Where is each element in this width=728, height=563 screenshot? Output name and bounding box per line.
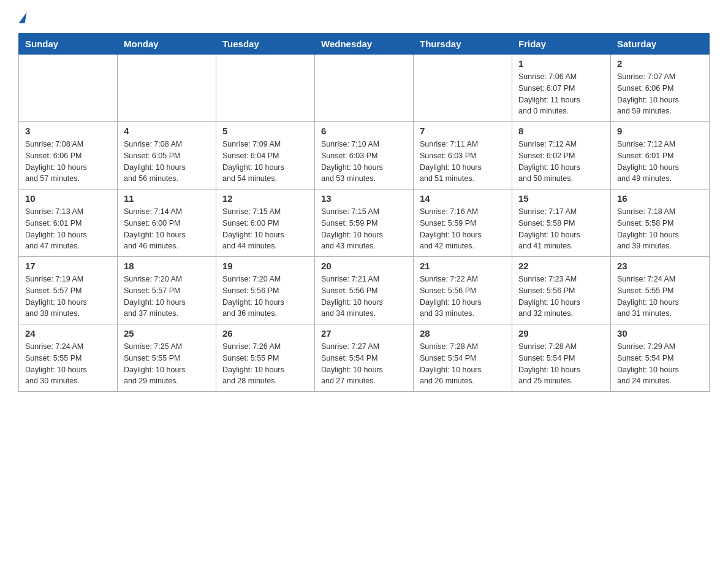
day-info: Sunrise: 7:18 AM Sunset: 5:58 PM Dayligh… [617,206,703,252]
calendar-cell: 21Sunrise: 7:22 AM Sunset: 5:56 PM Dayli… [414,257,512,324]
calendar-cell: 11Sunrise: 7:14 AM Sunset: 6:00 PM Dayli… [118,190,216,257]
week-row-2: 3Sunrise: 7:08 AM Sunset: 6:06 PM Daylig… [19,122,710,190]
calendar-cell: 22Sunrise: 7:23 AM Sunset: 5:56 PM Dayli… [512,257,611,324]
day-number: 19 [222,261,308,271]
calendar-cell [216,55,315,122]
day-info: Sunrise: 7:12 AM Sunset: 6:01 PM Dayligh… [617,139,703,185]
calendar-cell: 9Sunrise: 7:12 AM Sunset: 6:01 PM Daylig… [611,122,710,190]
day-number: 14 [420,193,506,204]
day-number: 5 [222,126,308,136]
calendar-cell: 15Sunrise: 7:17 AM Sunset: 5:58 PM Dayli… [512,190,611,257]
day-number: 13 [321,193,407,204]
day-info: Sunrise: 7:28 AM Sunset: 5:54 PM Dayligh… [518,341,604,387]
day-info: Sunrise: 7:19 AM Sunset: 5:57 PM Dayligh… [25,274,111,320]
calendar-cell: 5Sunrise: 7:09 AM Sunset: 6:04 PM Daylig… [216,122,315,190]
day-number: 6 [321,126,407,136]
weekday-header-tuesday: Tuesday [216,34,315,55]
day-number: 1 [518,58,604,69]
weekday-header-saturday: Saturday [611,34,710,55]
calendar-cell [414,55,512,122]
day-info: Sunrise: 7:24 AM Sunset: 5:55 PM Dayligh… [25,341,111,387]
day-number: 3 [25,126,111,136]
day-info: Sunrise: 7:15 AM Sunset: 5:59 PM Dayligh… [321,206,407,252]
day-info: Sunrise: 7:21 AM Sunset: 5:56 PM Dayligh… [321,274,407,320]
calendar-cell: 14Sunrise: 7:16 AM Sunset: 5:59 PM Dayli… [414,190,512,257]
day-number: 26 [222,328,308,339]
weekday-header-wednesday: Wednesday [315,34,414,55]
calendar-cell: 23Sunrise: 7:24 AM Sunset: 5:55 PM Dayli… [611,257,710,324]
calendar-cell: 18Sunrise: 7:20 AM Sunset: 5:57 PM Dayli… [118,257,216,324]
weekday-header-monday: Monday [118,34,216,55]
day-info: Sunrise: 7:11 AM Sunset: 6:03 PM Dayligh… [420,139,506,185]
day-info: Sunrise: 7:26 AM Sunset: 5:55 PM Dayligh… [222,341,308,387]
calendar-cell: 2Sunrise: 7:07 AM Sunset: 6:06 PM Daylig… [611,55,710,122]
day-number: 21 [420,261,506,271]
calendar-cell: 8Sunrise: 7:12 AM Sunset: 6:02 PM Daylig… [512,122,611,190]
day-info: Sunrise: 7:20 AM Sunset: 5:57 PM Dayligh… [124,274,210,320]
calendar-cell: 27Sunrise: 7:27 AM Sunset: 5:54 PM Dayli… [315,324,414,392]
day-info: Sunrise: 7:23 AM Sunset: 5:56 PM Dayligh… [518,274,604,320]
day-info: Sunrise: 7:10 AM Sunset: 6:03 PM Dayligh… [321,139,407,185]
calendar-table: SundayMondayTuesdayWednesdayThursdayFrid… [18,33,710,392]
day-info: Sunrise: 7:29 AM Sunset: 5:54 PM Dayligh… [617,341,703,387]
day-number: 15 [518,193,604,204]
day-info: Sunrise: 7:14 AM Sunset: 6:00 PM Dayligh… [124,206,210,252]
week-row-4: 17Sunrise: 7:19 AM Sunset: 5:57 PM Dayli… [19,257,710,324]
day-number: 16 [617,193,703,204]
day-number: 18 [124,261,210,271]
calendar-cell: 4Sunrise: 7:08 AM Sunset: 6:05 PM Daylig… [118,122,216,190]
calendar-cell: 16Sunrise: 7:18 AM Sunset: 5:58 PM Dayli… [611,190,710,257]
week-row-5: 24Sunrise: 7:24 AM Sunset: 5:55 PM Dayli… [19,324,710,392]
calendar-cell [118,55,216,122]
weekday-header-friday: Friday [512,34,611,55]
calendar-cell: 24Sunrise: 7:24 AM Sunset: 5:55 PM Dayli… [19,324,118,392]
calendar-cell: 12Sunrise: 7:15 AM Sunset: 6:00 PM Dayli… [216,190,315,257]
day-number: 23 [617,261,703,271]
day-number: 7 [420,126,506,136]
day-info: Sunrise: 7:07 AM Sunset: 6:06 PM Dayligh… [617,71,703,117]
calendar-cell: 19Sunrise: 7:20 AM Sunset: 5:56 PM Dayli… [216,257,315,324]
day-number: 30 [617,328,703,339]
weekday-header-thursday: Thursday [414,34,512,55]
day-info: Sunrise: 7:17 AM Sunset: 5:58 PM Dayligh… [518,206,604,252]
calendar-cell: 30Sunrise: 7:29 AM Sunset: 5:54 PM Dayli… [611,324,710,392]
day-info: Sunrise: 7:08 AM Sunset: 6:05 PM Dayligh… [124,139,210,185]
day-info: Sunrise: 7:20 AM Sunset: 5:56 PM Dayligh… [222,274,308,320]
day-number: 27 [321,328,407,339]
calendar-cell [315,55,414,122]
day-number: 12 [222,193,308,204]
day-info: Sunrise: 7:22 AM Sunset: 5:56 PM Dayligh… [420,274,506,320]
calendar-cell: 6Sunrise: 7:10 AM Sunset: 6:03 PM Daylig… [315,122,414,190]
day-number: 28 [420,328,506,339]
day-info: Sunrise: 7:06 AM Sunset: 6:07 PM Dayligh… [518,71,604,117]
week-row-3: 10Sunrise: 7:13 AM Sunset: 6:01 PM Dayli… [19,190,710,257]
weekday-header-sunday: Sunday [19,34,118,55]
calendar-cell: 10Sunrise: 7:13 AM Sunset: 6:01 PM Dayli… [19,190,118,257]
day-number: 20 [321,261,407,271]
day-number: 9 [617,126,703,136]
day-info: Sunrise: 7:13 AM Sunset: 6:01 PM Dayligh… [25,206,111,252]
day-info: Sunrise: 7:25 AM Sunset: 5:55 PM Dayligh… [124,341,210,387]
calendar-cell: 3Sunrise: 7:08 AM Sunset: 6:06 PM Daylig… [19,122,118,190]
day-info: Sunrise: 7:08 AM Sunset: 6:06 PM Dayligh… [25,139,111,185]
page-header [18,12,710,23]
weekday-header-row: SundayMondayTuesdayWednesdayThursdayFrid… [19,34,710,55]
day-number: 17 [25,261,111,271]
calendar-cell: 28Sunrise: 7:28 AM Sunset: 5:54 PM Dayli… [414,324,512,392]
day-number: 10 [25,193,111,204]
day-number: 25 [124,328,210,339]
calendar-cell: 29Sunrise: 7:28 AM Sunset: 5:54 PM Dayli… [512,324,611,392]
calendar-cell: 1Sunrise: 7:06 AM Sunset: 6:07 PM Daylig… [512,55,611,122]
calendar-cell: 26Sunrise: 7:26 AM Sunset: 5:55 PM Dayli… [216,324,315,392]
week-row-1: 1Sunrise: 7:06 AM Sunset: 6:07 PM Daylig… [19,55,710,122]
day-number: 2 [617,58,703,69]
day-number: 4 [124,126,210,136]
calendar-cell: 25Sunrise: 7:25 AM Sunset: 5:55 PM Dayli… [118,324,216,392]
day-info: Sunrise: 7:12 AM Sunset: 6:02 PM Dayligh… [518,139,604,185]
day-info: Sunrise: 7:28 AM Sunset: 5:54 PM Dayligh… [420,341,506,387]
day-number: 11 [124,193,210,204]
day-info: Sunrise: 7:09 AM Sunset: 6:04 PM Dayligh… [222,139,308,185]
day-number: 8 [518,126,604,136]
day-info: Sunrise: 7:15 AM Sunset: 6:00 PM Dayligh… [222,206,308,252]
calendar-cell: 20Sunrise: 7:21 AM Sunset: 5:56 PM Dayli… [315,257,414,324]
